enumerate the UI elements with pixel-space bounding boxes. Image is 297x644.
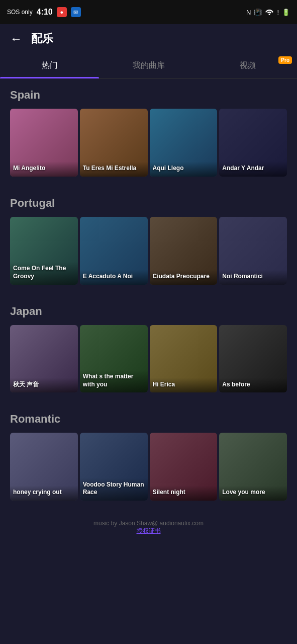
page-title: 配乐 bbox=[31, 31, 53, 46]
tab-video[interactable]: 视频 Pro bbox=[198, 53, 297, 78]
music-card-what-s-matter[interactable]: What s the matter with you bbox=[80, 325, 148, 393]
music-card-andar-y-andar[interactable]: Andar Y Andar bbox=[219, 109, 287, 177]
app-icon-red: ● bbox=[57, 7, 67, 17]
music-card-label-come-on-feel: Come On Feel The Groovy bbox=[10, 262, 78, 284]
back-button[interactable]: ← bbox=[10, 32, 22, 46]
music-card-label-hi-erica: Hi Erica bbox=[150, 378, 218, 393]
status-left: SOS only 4:10 ● ✉ bbox=[7, 7, 81, 17]
music-card-e-accaduto[interactable]: E Accaduto A Noi bbox=[80, 217, 148, 285]
music-grid-romantic: honey crying outVoodoo Story Human RaceS… bbox=[10, 433, 287, 501]
music-card-mi-angelito[interactable]: Mi Angelito bbox=[10, 109, 78, 177]
section-japan: Japan秋天 声音What s the matter with youHi E… bbox=[0, 295, 297, 393]
music-card-label-silent-night: Silent night bbox=[150, 486, 218, 501]
music-grid-japan: 秋天 声音What s the matter with youHi EricaA… bbox=[10, 325, 287, 393]
section-title-romantic: Romantic bbox=[10, 413, 287, 426]
footer-license[interactable]: 授权证书 bbox=[137, 527, 161, 534]
signal-icon: ! bbox=[277, 9, 279, 16]
music-card-label-tu-eres: Tu Eres Mi Estrella bbox=[80, 162, 148, 177]
vibrate-icon: 📳 bbox=[254, 9, 262, 16]
music-card-hi-erica[interactable]: Hi Erica bbox=[150, 325, 218, 393]
music-card-label-voodoo-story: Voodoo Story Human Race bbox=[80, 478, 148, 501]
tab-library[interactable]: 我的曲库 bbox=[99, 53, 198, 78]
time-display: 4:10 bbox=[37, 8, 53, 17]
music-card-label-honey-crying: honey crying out bbox=[10, 486, 78, 501]
music-card-label-e-accaduto: E Accaduto A Noi bbox=[80, 270, 148, 285]
music-card-as-before[interactable]: As before bbox=[219, 325, 287, 393]
music-card-autumn-sound[interactable]: 秋天 声音 bbox=[10, 325, 78, 393]
music-card-label-andar-y-andar: Andar Y Andar bbox=[219, 162, 287, 177]
tab-hot[interactable]: 热门 bbox=[0, 53, 99, 78]
music-card-come-on-feel[interactable]: Come On Feel The Groovy bbox=[10, 217, 78, 285]
music-card-ciudata[interactable]: Ciudata Preocupare bbox=[150, 217, 218, 285]
footer: music by Jason Shaw@ audionautix.com 授权证… bbox=[0, 511, 297, 547]
app-icon-msg: ✉ bbox=[71, 7, 81, 17]
music-card-label-as-before: As before bbox=[219, 378, 287, 393]
music-card-silent-night[interactable]: Silent night bbox=[150, 433, 218, 501]
battery-icon: 🔋 bbox=[282, 9, 290, 16]
music-card-label-noi-romantici: Noi Romantici bbox=[219, 270, 287, 285]
music-card-label-aqui-llego: Aqui Llego bbox=[150, 162, 218, 177]
nfc-icon: N bbox=[246, 9, 251, 16]
music-card-voodoo-story[interactable]: Voodoo Story Human Race bbox=[80, 433, 148, 501]
music-card-label-mi-angelito: Mi Angelito bbox=[10, 162, 78, 177]
section-title-portugal: Portugal bbox=[10, 197, 287, 210]
section-portugal: PortugalCome On Feel The GroovyE Accadut… bbox=[0, 187, 297, 285]
footer-credit: music by Jason Shaw@ audionautix.com bbox=[10, 520, 287, 527]
wifi-icon bbox=[265, 8, 274, 17]
music-card-honey-crying[interactable]: honey crying out bbox=[10, 433, 78, 501]
music-card-label-what-s-matter: What s the matter with you bbox=[80, 370, 148, 392]
music-card-label-ciudata: Ciudata Preocupare bbox=[150, 270, 218, 285]
music-card-label-autumn-sound: 秋天 声音 bbox=[10, 378, 78, 393]
music-grid-spain: Mi AngelitoTu Eres Mi EstrellaAqui Llego… bbox=[10, 109, 287, 177]
sos-text: SOS only bbox=[7, 9, 33, 16]
status-bar: SOS only 4:10 ● ✉ N 📳 ! 🔋 bbox=[0, 0, 297, 24]
music-card-love-you-more[interactable]: Love you more bbox=[219, 433, 287, 501]
section-title-japan: Japan bbox=[10, 305, 287, 318]
music-card-aqui-llego[interactable]: Aqui Llego bbox=[150, 109, 218, 177]
music-card-label-love-you-more: Love you more bbox=[219, 486, 287, 501]
music-grid-portugal: Come On Feel The GroovyE Accaduto A NoiC… bbox=[10, 217, 287, 285]
header: ← 配乐 bbox=[0, 24, 297, 53]
pro-badge: Pro bbox=[278, 56, 292, 64]
section-spain: SpainMi AngelitoTu Eres Mi EstrellaAqui … bbox=[0, 78, 297, 177]
section-romantic: Romantichoney crying outVoodoo Story Hum… bbox=[0, 403, 297, 501]
section-title-spain: Spain bbox=[10, 89, 287, 102]
tab-bar: 热门 我的曲库 视频 Pro bbox=[0, 53, 297, 78]
music-card-noi-romantici[interactable]: Noi Romantici bbox=[219, 217, 287, 285]
music-card-tu-eres[interactable]: Tu Eres Mi Estrella bbox=[80, 109, 148, 177]
status-right: N 📳 ! 🔋 bbox=[246, 8, 290, 17]
